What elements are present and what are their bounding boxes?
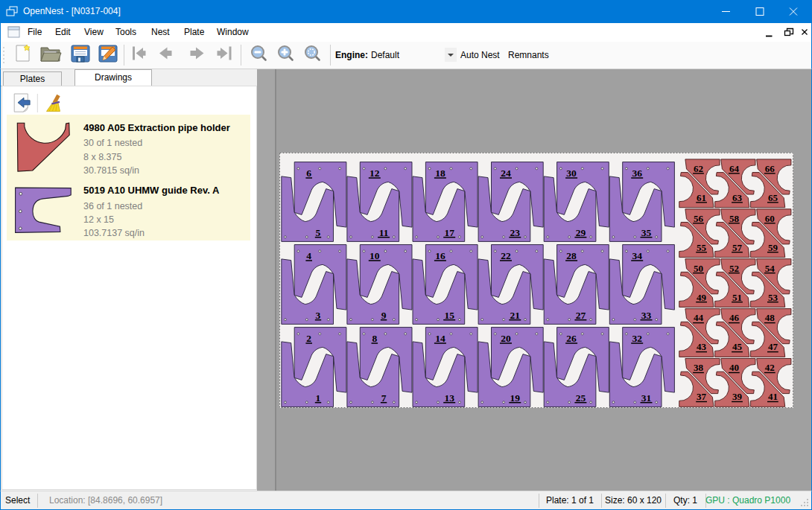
svg-text:35: 35 xyxy=(641,227,652,238)
svg-text:4: 4 xyxy=(306,250,311,261)
svg-text:49: 49 xyxy=(697,292,707,303)
svg-text:34: 34 xyxy=(632,250,642,261)
svg-text:9: 9 xyxy=(381,310,387,321)
svg-text:50: 50 xyxy=(694,263,703,274)
svg-text:48: 48 xyxy=(765,313,775,324)
svg-text:59: 59 xyxy=(768,242,778,253)
svg-text:54: 54 xyxy=(765,263,775,274)
svg-text:44: 44 xyxy=(694,313,704,324)
svg-text:20: 20 xyxy=(501,333,511,344)
svg-text:56: 56 xyxy=(694,213,704,224)
svg-text:2: 2 xyxy=(306,333,311,344)
svg-text:1: 1 xyxy=(316,392,321,404)
svg-text:61: 61 xyxy=(697,192,706,203)
svg-text:19: 19 xyxy=(510,392,521,404)
svg-text:55: 55 xyxy=(697,242,707,253)
svg-text:57: 57 xyxy=(732,242,743,253)
svg-text:60: 60 xyxy=(765,213,775,224)
svg-text:28: 28 xyxy=(566,250,577,261)
svg-text:45: 45 xyxy=(732,342,743,353)
svg-text:31: 31 xyxy=(641,392,652,404)
svg-text:12: 12 xyxy=(369,168,380,179)
svg-text:37: 37 xyxy=(697,391,707,402)
svg-text:30: 30 xyxy=(566,168,577,179)
svg-text:27: 27 xyxy=(576,310,586,321)
svg-text:29: 29 xyxy=(576,227,586,238)
svg-text:24: 24 xyxy=(501,168,511,179)
svg-text:21: 21 xyxy=(510,310,521,321)
svg-text:17: 17 xyxy=(444,227,454,238)
svg-text:5: 5 xyxy=(316,227,321,238)
svg-text:39: 39 xyxy=(732,391,743,402)
svg-text:63: 63 xyxy=(732,192,743,203)
svg-text:65: 65 xyxy=(768,192,778,203)
svg-text:16: 16 xyxy=(435,250,445,261)
svg-text:32: 32 xyxy=(632,333,642,344)
svg-text:23: 23 xyxy=(510,227,521,238)
svg-text:64: 64 xyxy=(729,163,740,174)
svg-text:52: 52 xyxy=(729,263,739,274)
svg-text:18: 18 xyxy=(435,168,445,179)
svg-text:66: 66 xyxy=(765,163,775,174)
svg-text:40: 40 xyxy=(729,362,739,373)
svg-text:58: 58 xyxy=(729,213,740,224)
svg-text:25: 25 xyxy=(576,392,586,404)
svg-text:33: 33 xyxy=(641,310,652,321)
svg-text:53: 53 xyxy=(768,292,778,303)
svg-text:36: 36 xyxy=(632,168,642,179)
svg-text:22: 22 xyxy=(501,250,511,261)
svg-text:11: 11 xyxy=(379,227,389,238)
svg-text:14: 14 xyxy=(435,333,445,344)
svg-text:46: 46 xyxy=(729,313,740,324)
svg-text:3: 3 xyxy=(316,310,321,321)
svg-text:38: 38 xyxy=(694,362,704,373)
svg-text:43: 43 xyxy=(697,342,707,353)
svg-text:15: 15 xyxy=(444,310,454,321)
svg-text:51: 51 xyxy=(732,292,742,303)
svg-text:6: 6 xyxy=(306,168,311,179)
svg-text:13: 13 xyxy=(444,392,454,404)
svg-text:62: 62 xyxy=(694,163,703,174)
svg-text:7: 7 xyxy=(381,392,387,404)
svg-text:47: 47 xyxy=(768,342,778,353)
svg-text:10: 10 xyxy=(369,250,380,261)
svg-text:8: 8 xyxy=(372,333,377,344)
svg-text:41: 41 xyxy=(768,391,778,402)
svg-text:42: 42 xyxy=(765,362,775,373)
svg-text:26: 26 xyxy=(566,333,577,344)
